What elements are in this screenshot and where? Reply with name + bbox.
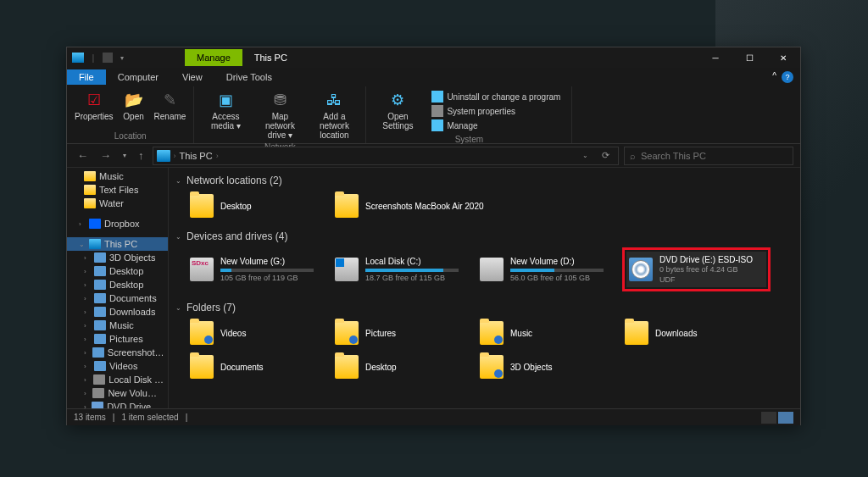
- 3d-objects-folder-icon: [480, 355, 504, 379]
- sidebar-item-this-pc[interactable]: ⌄This PC: [67, 237, 168, 251]
- ribbon-tabs: File Computer View Drive Tools ^ ?: [67, 68, 800, 86]
- maximize-button[interactable]: ☐: [732, 47, 766, 68]
- properties-button[interactable]: ☑Properties: [72, 88, 116, 130]
- view-tab[interactable]: View: [170, 69, 214, 85]
- up-button[interactable]: ↑: [135, 149, 147, 162]
- sidebar-item-text-files[interactable]: Text Files: [67, 183, 168, 197]
- folder-desktop[interactable]: Desktop: [332, 352, 472, 381]
- network-item-screenshots[interactable]: Screenshots MacBook Air 2020: [332, 191, 510, 220]
- search-placeholder: Search This PC: [641, 151, 706, 161]
- rename-button[interactable]: ✎Rename: [152, 88, 189, 130]
- chevron-down-icon[interactable]: ⌄: [79, 241, 86, 248]
- sidebar-item-desktop-2[interactable]: ›Desktop: [67, 278, 168, 291]
- folder-videos[interactable]: Videos: [187, 319, 327, 347]
- folder-pictures[interactable]: Pictures: [332, 319, 472, 347]
- window-title: This PC: [242, 49, 299, 66]
- ribbon: ☑Properties 📂Open ✎Rename Location ▣Acce…: [67, 86, 800, 144]
- chevron-down-icon[interactable]: ⌄: [175, 304, 181, 312]
- folder-3d-objects[interactable]: 3D Objects: [477, 352, 617, 381]
- settings-icon: ⚙: [387, 90, 408, 110]
- drive-icon: [480, 258, 504, 281]
- music-folder-icon: [480, 321, 504, 345]
- sidebar-item-new-volume-d[interactable]: ›New Volume (D:): [67, 386, 168, 400]
- folder-music[interactable]: Music: [477, 319, 617, 347]
- file-tab[interactable]: File: [67, 69, 106, 85]
- folder-documents[interactable]: Documents: [187, 352, 327, 381]
- drive-new-volume-d[interactable]: New Volume (D:)56.0 GB free of 105 GB: [477, 247, 617, 291]
- highlight-annotation: DVD Drive (E:) ESD-ISO0 bytes free of 4.…: [622, 247, 771, 291]
- sidebar-item-music-2[interactable]: ›Music: [67, 319, 168, 332]
- breadcrumb-dropdown[interactable]: ⌄: [577, 152, 593, 159]
- search-input[interactable]: ⌕ Search This PC: [624, 147, 793, 165]
- tiles-view-button[interactable]: [778, 412, 793, 424]
- back-button[interactable]: ←: [74, 149, 92, 162]
- chevron-down-icon[interactable]: ⌄: [175, 233, 181, 241]
- drive-dvd-e[interactable]: DVD Drive (E:) ESD-ISO0 bytes free of 4.…: [626, 252, 766, 287]
- recent-dropdown[interactable]: ▾: [120, 152, 130, 159]
- navigation-pane[interactable]: Music Text Files Water ›Dropbox ⌄This PC…: [67, 168, 169, 408]
- sidebar-item-3d-objects[interactable]: ›3D Objects: [67, 251, 168, 264]
- pc-icon: [157, 150, 170, 162]
- drive-new-volume-g[interactable]: SDxc New Volume (G:)105 GB free of 119 G…: [187, 247, 327, 291]
- folder-icon: [335, 194, 359, 218]
- view-buttons: [761, 412, 793, 424]
- search-icon: ⌕: [630, 151, 636, 161]
- desktop-folder-icon: [335, 355, 359, 379]
- qat-item[interactable]: [103, 53, 113, 63]
- manage-button[interactable]: Manage: [429, 119, 563, 132]
- refresh-button[interactable]: ⟳: [597, 150, 615, 161]
- access-media-button[interactable]: ▣Access media ▾: [199, 88, 252, 141]
- qat-dropdown[interactable]: ▾: [115, 51, 129, 64]
- section-devices-drives[interactable]: ⌄Devices and drives (4): [175, 227, 793, 246]
- sidebar-item-downloads[interactable]: ›Downloads: [67, 305, 168, 319]
- ribbon-group-system: ⚙Open Settings Uninstall or change a pro…: [366, 86, 572, 143]
- sidebar-item-music[interactable]: Music: [67, 169, 168, 183]
- forward-button[interactable]: →: [97, 149, 114, 162]
- sidebar-item-pictures[interactable]: ›Pictures: [67, 332, 168, 346]
- sidebar-item-videos[interactable]: ›Videos: [67, 359, 168, 373]
- open-button[interactable]: 📂Open: [118, 88, 150, 130]
- content-pane[interactable]: ⌄Network locations (2) Desktop Screensho…: [169, 168, 800, 408]
- system-properties-button[interactable]: System properties: [429, 104, 563, 118]
- group-label-system: System: [371, 134, 566, 145]
- file-explorer-window: | ▾ Manage This PC ─ ☐ ✕ File Computer V…: [66, 47, 801, 425]
- sidebar-item-documents[interactable]: ›Documents: [67, 291, 168, 305]
- open-icon: 📂: [124, 90, 144, 110]
- chevron-right-icon[interactable]: ›: [79, 220, 86, 228]
- open-settings-button[interactable]: ⚙Open Settings: [371, 88, 424, 134]
- chevron-right-icon[interactable]: ›: [216, 152, 219, 160]
- titlebar[interactable]: | ▾ Manage This PC ─ ☐ ✕: [67, 47, 800, 68]
- breadcrumb-segment[interactable]: This PC: [180, 151, 213, 161]
- drive-local-disk-c[interactable]: Local Disk (C:)18.7 GB free of 115 GB: [332, 247, 472, 291]
- network-drive-icon: ⛃: [270, 90, 290, 110]
- breadcrumb[interactable]: › This PC › ⌄ ⟳: [153, 147, 620, 165]
- network-item-desktop[interactable]: Desktop: [187, 191, 327, 220]
- close-button[interactable]: ✕: [766, 47, 800, 68]
- ribbon-expand-icon[interactable]: ^: [772, 71, 776, 83]
- status-selected-count: 1 item selected: [121, 413, 178, 422]
- rename-icon: ✎: [159, 90, 180, 110]
- uninstall-program-button[interactable]: Uninstall or change a program: [429, 90, 563, 103]
- section-folders[interactable]: ⌄Folders (7): [175, 298, 793, 317]
- section-network-locations[interactable]: ⌄Network locations (2): [175, 171, 793, 190]
- contextual-tab-manage[interactable]: Manage: [185, 49, 242, 66]
- computer-tab[interactable]: Computer: [106, 69, 170, 85]
- status-separator: |: [186, 413, 188, 422]
- add-network-location-button[interactable]: 🖧Add a network location: [308, 88, 360, 141]
- group-label-location: Location: [72, 130, 188, 141]
- drive-tools-tab[interactable]: Drive Tools: [214, 69, 284, 85]
- sidebar-item-screenshots[interactable]: ›Screenshots MacB: [67, 346, 168, 359]
- sidebar-item-dropbox[interactable]: ›Dropbox: [67, 217, 168, 230]
- minimize-button[interactable]: ─: [698, 47, 732, 68]
- help-icon[interactable]: ?: [782, 71, 793, 83]
- sidebar-item-local-disk-c[interactable]: ›Local Disk (C:): [67, 373, 168, 386]
- sidebar-item-desktop[interactable]: ›Desktop: [67, 264, 168, 278]
- chevron-right-icon[interactable]: ›: [174, 152, 176, 160]
- app-icon: [72, 53, 84, 63]
- chevron-down-icon[interactable]: ⌄: [175, 177, 181, 185]
- sidebar-item-dvd-drive[interactable]: ›DVD Drive (E:) ESD-I: [67, 400, 168, 408]
- folder-downloads[interactable]: Downloads: [622, 319, 762, 347]
- sidebar-item-water[interactable]: Water: [67, 197, 168, 210]
- map-network-drive-button[interactable]: ⛃Map network drive ▾: [253, 88, 306, 141]
- details-view-button[interactable]: [761, 412, 776, 424]
